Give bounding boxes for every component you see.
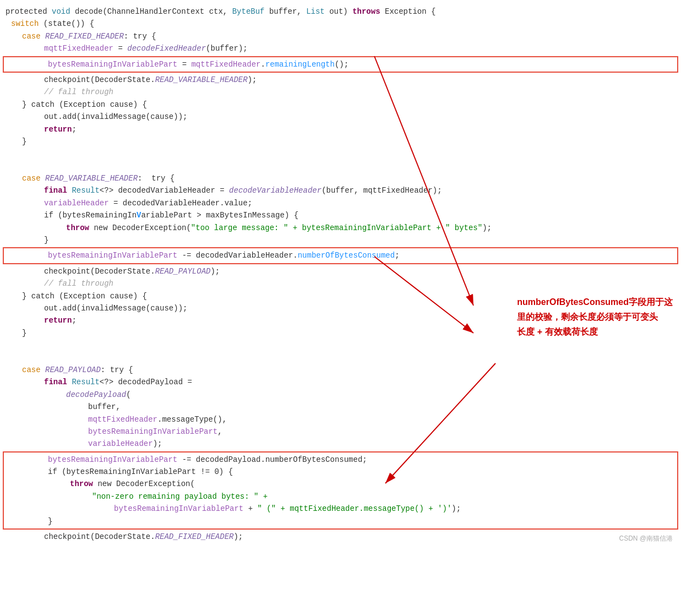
code-line: case READ_FIXED_HEADER: try { <box>0 30 681 42</box>
code-line: final Result<?> decodedPayload = <box>0 376 681 388</box>
highlight-box-3: bytesRemainingInVariablePart -= decodedP… <box>3 451 678 530</box>
code-line: out.add(invalidMessage(cause)); <box>0 111 681 123</box>
code-area: protected void decode(ChannelHandlerCont… <box>0 0 681 548</box>
highlight-box-1: bytesRemainingInVariablePart = mqttFixed… <box>3 56 678 73</box>
code-line: buffer, <box>0 401 681 413</box>
code-line: bytesRemainingInVariablePart, <box>0 426 681 438</box>
code-line: // fall through <box>0 86 681 98</box>
code-line: return; <box>0 123 681 135</box>
switch-keyword: switch <box>11 18 39 30</box>
code-line: final Result<?> decodedVariableHeader = … <box>0 184 681 197</box>
code-line: decodePayload( <box>0 389 681 401</box>
code-line: bytesRemainingInVariablePart -= decodedP… <box>4 454 677 466</box>
code-line: switch (state()) { <box>0 18 681 30</box>
code-line: mqttFixedHeader.messageType(), <box>0 413 681 426</box>
code-line: bytesRemainingInVariablePart = mqttFixed… <box>4 58 677 70</box>
annotation-line1: numberOfBytesConsumed字段用于这 <box>517 297 673 307</box>
code-line: } <box>0 234 681 246</box>
code-line: bytesRemainingInVariablePart -= decodedV… <box>4 249 677 261</box>
code-line: checkpoint(DecoderState.READ_VARIABLE_HE… <box>0 74 681 86</box>
code-line <box>0 160 681 172</box>
highlight-box-2: bytesRemainingInVariablePart -= decodedV… <box>3 247 678 264</box>
annotation-line2: 里的校验，剩余长度必须等于可变头 <box>517 312 658 321</box>
code-line: throw new DecoderException("too large me… <box>0 222 681 234</box>
code-line: } <box>4 515 677 527</box>
code-line <box>0 339 681 351</box>
code-line: checkpoint(DecoderState.READ_PAYLOAD); <box>0 265 681 277</box>
code-line: throw new DecoderException( <box>4 478 677 490</box>
code-line: } catch (Exception cause) { <box>0 99 681 111</box>
code-line: "non-zero remaining payload bytes: " + <box>4 490 677 503</box>
code-line: bytesRemainingInVariablePart + " (" + mq… <box>4 503 677 515</box>
code-line: mqttFixedHeader = decodeFixedHeader(buff… <box>0 42 681 54</box>
code-line: if (bytesRemainingInVariablePart != 0) { <box>4 466 677 478</box>
annotation-text: numberOfBytesConsumed字段用于这 里的校验，剩余长度必须等于… <box>517 295 673 340</box>
code-line: protected void decode(ChannelHandlerCont… <box>0 6 681 18</box>
code-line: variableHeader); <box>0 438 681 450</box>
code-line: case READ_VARIABLE_HEADER: try { <box>0 172 681 184</box>
code-line: // fall through <box>0 277 681 290</box>
code-line: checkpoint(DecoderState.READ_FIXED_HEADE… <box>0 531 681 543</box>
code-line: } <box>0 135 681 148</box>
watermark: CSDN @南猫信港 <box>619 533 673 544</box>
code-line: variableHeader = decodedVariableHeader.v… <box>0 197 681 209</box>
annotation-line3: 长度 + 有效载荷长度 <box>517 327 597 336</box>
code-line <box>0 148 681 160</box>
code-line: if (bytesRemainingInVariablePart > maxBy… <box>0 209 681 221</box>
code-line: case READ_PAYLOAD: try { <box>0 364 681 376</box>
code-line <box>0 352 681 364</box>
